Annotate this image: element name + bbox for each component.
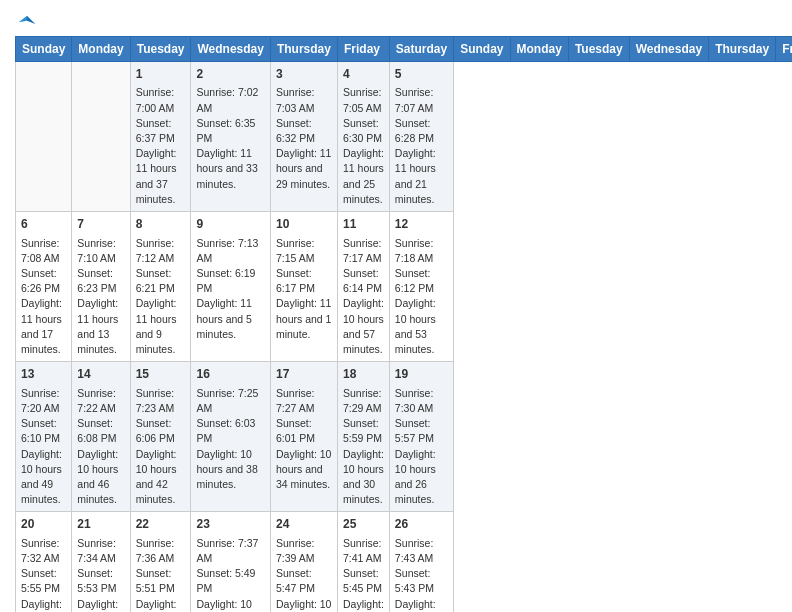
day-number: 6 (21, 216, 66, 233)
calendar-cell: 11Sunrise: 7:17 AMSunset: 6:14 PMDayligh… (337, 212, 389, 362)
cell-text: Daylight: 10 hours and 38 minutes. (196, 447, 264, 493)
calendar-table: SundayMondayTuesdayWednesdayThursdayFrid… (15, 36, 792, 612)
cell-text: Sunset: 6:21 PM (136, 266, 186, 296)
cell-text: Sunset: 6:35 PM (196, 116, 264, 146)
cell-text: Sunset: 5:45 PM (343, 566, 384, 596)
cell-text: Sunset: 6:26 PM (21, 266, 66, 296)
cell-text: Daylight: 10 hours and 30 minutes. (343, 447, 384, 508)
cell-text: Daylight: 10 hours and 3 minutes. (343, 597, 384, 612)
cell-text: Daylight: 11 hours and 21 minutes. (395, 146, 448, 207)
cell-text: Sunrise: 7:03 AM (276, 85, 332, 115)
day-number: 11 (343, 216, 384, 233)
calendar-cell (16, 62, 72, 212)
cell-text: Sunrise: 7:17 AM (343, 236, 384, 266)
day-number: 8 (136, 216, 186, 233)
cell-text: Sunset: 6:37 PM (136, 116, 186, 146)
day-number: 10 (276, 216, 332, 233)
cell-text: Sunset: 6:17 PM (276, 266, 332, 296)
cell-text: Sunrise: 7:12 AM (136, 236, 186, 266)
cell-text: Daylight: 10 hours and 57 minutes. (343, 296, 384, 357)
calendar-week-1: 1Sunrise: 7:00 AMSunset: 6:37 PMDaylight… (16, 62, 793, 212)
logo-icon (17, 14, 37, 34)
cell-text: Sunrise: 7:13 AM (196, 236, 264, 266)
calendar-header-row: SundayMondayTuesdayWednesdayThursdayFrid… (16, 37, 793, 62)
calendar-cell: 8Sunrise: 7:12 AMSunset: 6:21 PMDaylight… (130, 212, 191, 362)
day-number: 26 (395, 516, 448, 533)
cell-text: Sunrise: 7:22 AM (77, 386, 124, 416)
day-number: 7 (77, 216, 124, 233)
calendar-cell: 14Sunrise: 7:22 AMSunset: 6:08 PMDayligh… (72, 362, 130, 512)
cell-text: Sunset: 5:53 PM (77, 566, 124, 596)
day-number: 23 (196, 516, 264, 533)
cell-text: Daylight: 10 hours and 0 minutes. (395, 597, 448, 612)
cell-text: Daylight: 10 hours and 26 minutes. (395, 447, 448, 508)
cell-text: Sunset: 6:08 PM (77, 416, 124, 446)
cell-text: Sunrise: 7:25 AM (196, 386, 264, 416)
calendar-cell: 21Sunrise: 7:34 AMSunset: 5:53 PMDayligh… (72, 512, 130, 612)
day-number: 21 (77, 516, 124, 533)
calendar-week-2: 6Sunrise: 7:08 AMSunset: 6:26 PMDaylight… (16, 212, 793, 362)
cell-text: Sunrise: 7:34 AM (77, 536, 124, 566)
header-wednesday: Wednesday (629, 37, 708, 62)
calendar-cell: 7Sunrise: 7:10 AMSunset: 6:23 PMDaylight… (72, 212, 130, 362)
cell-text: Sunrise: 7:23 AM (136, 386, 186, 416)
cell-text: Sunrise: 7:37 AM (196, 536, 264, 566)
calendar-cell: 25Sunrise: 7:41 AMSunset: 5:45 PMDayligh… (337, 512, 389, 612)
cell-text: Sunrise: 7:08 AM (21, 236, 66, 266)
cell-text: Daylight: 11 hours and 5 minutes. (196, 296, 264, 342)
cell-text: Sunset: 5:51 PM (136, 566, 186, 596)
cell-text: Daylight: 10 hours and 11 minutes. (196, 597, 264, 612)
day-number: 14 (77, 366, 124, 383)
day-number: 5 (395, 66, 448, 83)
cell-text: Sunrise: 7:27 AM (276, 386, 332, 416)
cell-text: Sunrise: 7:07 AM (395, 85, 448, 115)
cell-text: Daylight: 11 hours and 33 minutes. (196, 146, 264, 192)
cell-text: Sunrise: 7:39 AM (276, 536, 332, 566)
cell-text: Daylight: 11 hours and 1 minute. (276, 296, 332, 342)
calendar-cell: 5Sunrise: 7:07 AMSunset: 6:28 PMDaylight… (389, 62, 453, 212)
cell-text: Daylight: 10 hours and 18 minutes. (77, 597, 124, 612)
day-number: 2 (196, 66, 264, 83)
cell-text: Daylight: 10 hours and 15 minutes. (136, 597, 186, 612)
header-saturday: Saturday (389, 37, 453, 62)
cell-text: Sunset: 6:32 PM (276, 116, 332, 146)
cell-text: Sunset: 5:47 PM (276, 566, 332, 596)
header-sunday: Sunday (16, 37, 72, 62)
calendar-cell: 6Sunrise: 7:08 AMSunset: 6:26 PMDaylight… (16, 212, 72, 362)
day-number: 17 (276, 366, 332, 383)
header-monday: Monday (72, 37, 130, 62)
cell-text: Sunrise: 7:18 AM (395, 236, 448, 266)
cell-text: Sunset: 6:30 PM (343, 116, 384, 146)
cell-text: Sunset: 5:49 PM (196, 566, 264, 596)
calendar-cell: 18Sunrise: 7:29 AMSunset: 5:59 PMDayligh… (337, 362, 389, 512)
cell-text: Sunrise: 7:29 AM (343, 386, 384, 416)
cell-text: Sunrise: 7:20 AM (21, 386, 66, 416)
cell-text: Daylight: 11 hours and 17 minutes. (21, 296, 66, 357)
cell-text: Sunset: 5:59 PM (343, 416, 384, 446)
cell-text: Sunrise: 7:43 AM (395, 536, 448, 566)
cell-text: Sunrise: 7:41 AM (343, 536, 384, 566)
day-number: 18 (343, 366, 384, 383)
day-number: 9 (196, 216, 264, 233)
day-number: 25 (343, 516, 384, 533)
header-sunday: Sunday (454, 37, 510, 62)
header-thursday: Thursday (709, 37, 776, 62)
cell-text: Sunrise: 7:05 AM (343, 85, 384, 115)
calendar-cell: 17Sunrise: 7:27 AMSunset: 6:01 PMDayligh… (270, 362, 337, 512)
page-header (15, 10, 777, 30)
cell-text: Sunrise: 7:10 AM (77, 236, 124, 266)
cell-text: Sunset: 6:12 PM (395, 266, 448, 296)
calendar-cell: 16Sunrise: 7:25 AMSunset: 6:03 PMDayligh… (191, 362, 270, 512)
cell-text: Sunrise: 7:32 AM (21, 536, 66, 566)
calendar-cell: 12Sunrise: 7:18 AMSunset: 6:12 PMDayligh… (389, 212, 453, 362)
calendar-cell: 22Sunrise: 7:36 AMSunset: 5:51 PMDayligh… (130, 512, 191, 612)
cell-text: Sunrise: 7:15 AM (276, 236, 332, 266)
cell-text: Daylight: 11 hours and 13 minutes. (77, 296, 124, 357)
calendar-cell: 20Sunrise: 7:32 AMSunset: 5:55 PMDayligh… (16, 512, 72, 612)
day-number: 1 (136, 66, 186, 83)
day-number: 24 (276, 516, 332, 533)
calendar-cell: 24Sunrise: 7:39 AMSunset: 5:47 PMDayligh… (270, 512, 337, 612)
calendar-cell: 1Sunrise: 7:00 AMSunset: 6:37 PMDaylight… (130, 62, 191, 212)
cell-text: Sunset: 6:03 PM (196, 416, 264, 446)
header-friday: Friday (337, 37, 389, 62)
